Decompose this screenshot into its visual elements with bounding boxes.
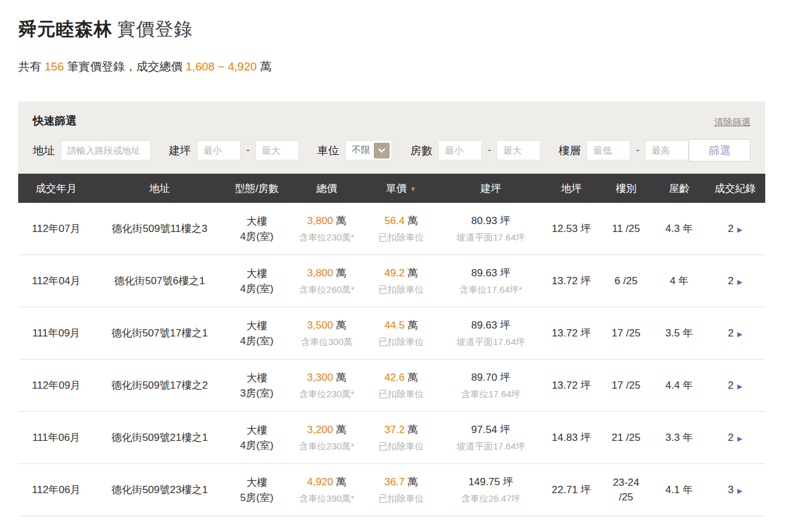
total-price-unit: 萬 [336,215,346,227]
building-area-note: 坡道平面17.64坪 [438,334,544,349]
land-area: 13.72 坪 [544,326,599,340]
land-area: 14.83 坪 [544,431,599,445]
address: 德化街509號21樓之1 [94,431,225,445]
total-price-unit: 萬 [336,372,346,383]
room-count: 5房(室) [225,490,289,505]
building-area-value: 89.70 坪 [438,370,544,385]
header-unit-price[interactable]: 單價▼ [365,182,438,196]
floor-label: 樓層 [559,143,580,158]
address: 德化街509號23樓之1 [94,483,225,497]
building-area-value: 89.63 坪 [438,318,544,333]
deal-records[interactable]: 2▶ [705,327,765,339]
rooms-max-input[interactable] [497,140,540,160]
building-area-note: 含車位26.47坪 [438,491,544,506]
table-row[interactable]: 112年04月 德化街507號6樓之1 大樓 4房(室) 3,800 萬 含車位… [18,255,765,307]
chevron-right-icon: ▶ [737,383,742,390]
header-age[interactable]: 屋齡 [653,182,705,196]
deal-date: 112年04月 [18,274,94,288]
total-price-note: 含車位230萬* [289,438,365,454]
deal-records[interactable]: 2▶ [705,275,765,287]
header-total-price[interactable]: 總價 [289,182,365,196]
total-price-value: 3,300 [307,372,333,383]
chevron-right-icon: ▶ [737,226,742,233]
table-row[interactable]: 112年07月 德化街509號11樓之3 大樓 4房(室) 3,800 萬 含車… [18,203,765,255]
building-area: 89.63 坪 含車位17.64坪* [438,265,544,297]
house-age: 3.3 年 [653,431,705,445]
floor-level: 23-24 /25 [599,476,653,505]
land-area: 13.72 坪 [544,378,599,392]
address-input[interactable] [61,140,151,160]
house-age: 3.5 年 [653,326,705,340]
header-deal-date[interactable]: 成交年月 [18,182,94,196]
area-min-input[interactable] [197,140,241,160]
clear-filter-link[interactable]: 清除篩選 [714,117,751,128]
sort-desc-icon: ▼ [410,185,416,193]
building-area: 149.75 坪 含車位26.47坪 [438,474,544,506]
deal-date: 111年09月 [18,326,94,340]
room-count: 4房(室) [225,438,289,453]
total-price-note: 含車位300萬 [289,334,365,349]
total-price-unit: 萬 [336,424,346,435]
total-price-value: 3,800 [307,267,333,279]
deal-records[interactable]: 2▶ [705,223,765,235]
total-price-note: 含車位260萬* [289,282,365,297]
deal-date: 112年06月 [18,483,94,497]
price-range: 1,608 ~ 4,920 [186,60,257,73]
total-price-value: 3,200 [307,424,333,435]
floor-min-input[interactable] [587,140,630,160]
house-age: 4.4 年 [653,378,705,392]
land-area: 13.72 坪 [544,274,599,288]
deal-records-count: 3 [728,484,734,496]
table-row[interactable]: 112年06月 德化街509號23樓之1 大樓 5房(室) 4,920 萬 含車… [18,464,765,516]
table-row[interactable]: 111年09月 德化街507號17樓之1 大樓 4房(室) 3,500 萬 含車… [18,307,765,360]
deal-records[interactable]: 2▶ [705,380,765,392]
filter-panel-title: 快速篩選 [33,114,77,128]
unit-price: 44.5 萬 已扣除車位 [365,318,438,349]
table-row[interactable]: 112年09月 德化街509號17樓之2 大樓 3房(室) 3,300 萬 含車… [18,360,765,412]
deal-date: 112年09月 [18,378,94,392]
record-count: 156 [44,60,64,73]
room-count: 3房(室) [225,386,289,401]
building-area-value: 149.75 坪 [438,474,544,489]
parking-select[interactable]: 不限 [345,140,392,160]
total-price-value: 3,500 [307,319,333,331]
range-dash: - [246,144,250,157]
header-floor[interactable]: 樓別 [599,182,653,196]
rooms-min-input[interactable] [438,140,482,160]
chevron-right-icon: ▶ [737,278,742,285]
area-label: 建坪 [169,143,191,158]
unit-price-value: 56.4 [385,215,405,227]
total-price: 3,300 萬 含車位230萬* [289,370,365,401]
floor-level: 17 /25 [599,326,653,341]
unit-price-unit: 萬 [407,215,418,227]
rooms-label: 房數 [410,143,432,158]
header-records[interactable]: 成交紀錄 [705,182,765,196]
deal-records[interactable]: 2▶ [705,432,765,444]
header-land-area[interactable]: 地坪 [544,182,599,196]
table-row[interactable]: 111年06月 德化街509號21樓之1 大樓 4房(室) 3,200 萬 含車… [18,412,765,464]
total-price-note: 含車位390萬* [289,491,365,506]
header-unit-price-label: 單價 [386,183,407,194]
total-price: 3,800 萬 含車位260萬* [289,265,365,297]
deal-date: 112年07月 [18,222,94,236]
building-name: 舜元睦森林 [18,19,112,39]
type-rooms: 大樓 5房(室) [225,475,289,505]
floor-max-input[interactable] [645,140,689,160]
address: 德化街507號6樓之1 [94,274,225,288]
chevron-right-icon: ▶ [737,487,742,494]
deal-records[interactable]: 3▶ [705,484,765,496]
total-price-unit: 萬 [336,267,346,279]
header-building-area[interactable]: 建坪 [438,182,544,196]
building-type: 大樓 [225,266,289,281]
header-address[interactable]: 地址 [94,182,225,196]
quick-filter-panel: 快速篩選 清除篩選 地址 建坪 - 車位 不限 房數 - 樓層 - [18,101,765,174]
filter-submit-button[interactable]: 篩選 [689,139,751,162]
total-price-value: 3,800 [307,215,333,227]
summary-suffix: 萬 [256,60,271,73]
header-type-rooms[interactable]: 型態/房數 [225,182,289,196]
address: 德化街509號17樓之2 [94,378,225,392]
unit-price-note: 已扣除車位 [365,230,438,245]
deal-records-count: 2 [728,223,734,234]
area-max-input[interactable] [255,140,299,160]
building-area-value: 89.63 坪 [438,265,544,281]
